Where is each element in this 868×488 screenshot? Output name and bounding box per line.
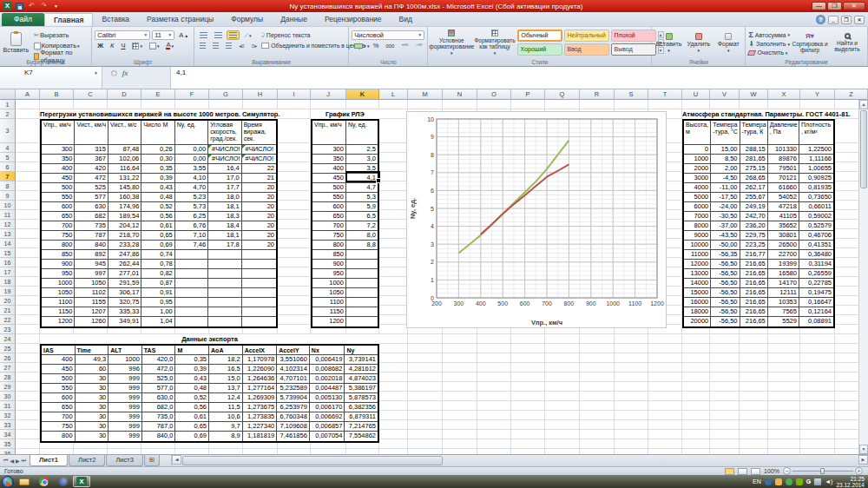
atmosphere-cell[interactable]: 26500 xyxy=(768,241,799,250)
ribbon-tab-данные[interactable]: Данные xyxy=(272,13,316,26)
atmosphere-cell[interactable]: 7565 xyxy=(768,307,799,317)
cell-style-ввод[interactable]: Ввод xyxy=(564,43,609,56)
turns-cell[interactable]: 630 xyxy=(75,202,108,212)
export-cell[interactable]: 30 xyxy=(76,393,109,403)
column-header-N[interactable]: N xyxy=(443,89,477,100)
rle-cell[interactable]: 400 xyxy=(312,164,346,174)
turns-cell[interactable]: 800 xyxy=(42,241,75,250)
atmosphere-cell[interactable]: -4,50 xyxy=(711,174,740,183)
atmosphere-cell[interactable]: 0,12164 xyxy=(799,307,833,317)
atmosphere-cell[interactable]: -50,00 xyxy=(711,241,740,250)
rle-cell[interactable]: 8,0 xyxy=(346,231,378,241)
atmosphere-cell[interactable]: 16580 xyxy=(768,269,799,279)
align-top-button[interactable] xyxy=(197,30,210,40)
atmosphere-cell[interactable]: 229,75 xyxy=(740,231,768,241)
turns-cell[interactable]: 997 xyxy=(75,269,108,279)
rle-cell[interactable]: 7,2 xyxy=(346,221,378,231)
column-header-Y[interactable]: Y xyxy=(800,89,835,100)
delete-cells-button[interactable]: Удалить▾ xyxy=(685,29,713,56)
turns-cell[interactable]: 6,25 xyxy=(175,212,208,221)
export-cell[interactable]: 4,707101 xyxy=(277,374,310,384)
ribbon-tab-рецензирование[interactable]: Рецензирование xyxy=(316,13,391,26)
rle-cell[interactable]: 500 xyxy=(312,183,346,193)
excel-app-icon[interactable]: X xyxy=(3,2,12,10)
vertical-scroll-thumb[interactable] xyxy=(860,110,867,188)
turns-cell[interactable]: 0,43 xyxy=(141,183,174,193)
rle-cell[interactable]: 750 xyxy=(312,231,346,241)
turns-cell[interactable]: 218,70 xyxy=(108,231,141,241)
undo-button[interactable]: ↶ xyxy=(27,2,36,10)
atmosphere-cell[interactable]: 35652 xyxy=(768,221,799,231)
export-cell[interactable]: 0,008682 xyxy=(310,365,345,374)
atmosphere-cell[interactable]: 0,26559 xyxy=(799,269,833,279)
row-header-1[interactable]: 1 xyxy=(0,100,16,109)
turns-cell[interactable]: 525 xyxy=(75,183,108,193)
atmosphere-cell[interactable]: 216,65 xyxy=(740,317,768,326)
row-header-17[interactable]: 17 xyxy=(0,267,16,277)
turns-cell[interactable] xyxy=(208,317,241,326)
row-header-11[interactable]: 11 xyxy=(0,210,16,220)
turns-cell[interactable]: 0,56 xyxy=(141,212,174,221)
underline-button[interactable]: Ч xyxy=(118,41,128,50)
start-button[interactable] xyxy=(2,476,14,488)
atmosphere-cell[interactable]: 11000 xyxy=(684,250,711,260)
export-cell[interactable]: 12,4 xyxy=(209,393,243,403)
turns-cell[interactable]: 0,65 xyxy=(141,231,174,241)
turns-cell[interactable]: 6,76 xyxy=(175,221,208,231)
row-header-36[interactable]: 36 xyxy=(0,449,16,454)
export-cell[interactable]: 1,277164 xyxy=(243,384,278,393)
row-header-4[interactable]: 4 xyxy=(0,143,16,153)
turns-cell[interactable]: 4,10 xyxy=(175,174,208,183)
turns-cell[interactable]: 0,35 xyxy=(141,164,174,174)
export-cell[interactable]: 999 xyxy=(108,412,142,422)
export-cell[interactable]: 650 xyxy=(42,403,76,412)
atmosphere-cell[interactable]: 6000 xyxy=(684,202,711,212)
export-cell[interactable]: 15,0 xyxy=(209,374,243,384)
turns-cell[interactable]: 21 xyxy=(242,174,276,183)
font-name-combo[interactable]: Calibri▼ xyxy=(95,30,150,40)
atmosphere-cell[interactable]: 0,59002 xyxy=(799,212,833,221)
clear-button[interactable]: Очистить ▾ xyxy=(748,49,790,56)
export-cell[interactable]: 999 xyxy=(108,374,142,384)
column-header-V[interactable]: V xyxy=(710,89,740,100)
horizontal-scrollbar[interactable]: ◀ ▶ xyxy=(171,455,868,466)
turns-cell[interactable]: 17,8 xyxy=(208,241,241,250)
export-cell[interactable]: 0,006170 xyxy=(310,403,345,412)
turns-cell[interactable] xyxy=(242,260,276,269)
row-header-12[interactable]: 12 xyxy=(0,220,16,229)
export-cell[interactable]: 1000 xyxy=(108,355,142,365)
tray-icon-green[interactable] xyxy=(786,478,792,485)
export-cell[interactable]: 30 xyxy=(76,412,109,422)
column-header-C[interactable]: C xyxy=(74,89,108,100)
atmosphere-cell[interactable]: 216,65 xyxy=(740,260,768,269)
export-cell[interactable]: 3,551060 xyxy=(277,355,310,365)
turns-cell[interactable]: 682 xyxy=(75,212,108,221)
rle-cell[interactable]: 1100 xyxy=(312,298,346,307)
column-header-T[interactable]: T xyxy=(648,89,682,100)
export-cell[interactable]: 0,43 xyxy=(175,374,209,384)
row-header-31[interactable]: 31 xyxy=(0,401,16,411)
nvidia-icon[interactable] xyxy=(796,478,803,485)
atmosphere-cell[interactable]: -56,50 xyxy=(711,269,740,279)
turns-cell[interactable]: 247,86 xyxy=(108,250,141,260)
turns-cell[interactable] xyxy=(208,307,241,317)
atmosphere-cell[interactable]: 255,67 xyxy=(740,193,768,202)
turns-cell[interactable]: 262,44 xyxy=(108,260,141,269)
atmosphere-cell[interactable]: 10000 xyxy=(684,241,711,250)
export-cell[interactable]: 11,5 xyxy=(209,403,243,412)
rle-cell[interactable]: 900 xyxy=(312,260,346,269)
turns-cell[interactable] xyxy=(175,307,208,317)
atmosphere-cell[interactable]: -17,50 xyxy=(711,193,740,202)
export-cell[interactable]: 4,102314 xyxy=(277,365,310,374)
turns-cell[interactable]: 20 xyxy=(242,202,276,212)
turns-cell[interactable]: 450 xyxy=(42,174,75,183)
turns-cell[interactable] xyxy=(208,288,241,298)
rle-table[interactable]: Vпр., км/чNy, ед.3002,53503,04003,54504,… xyxy=(311,119,379,328)
taskbar-excel-button[interactable]: X xyxy=(73,476,90,487)
export-cell[interactable]: 0,006692 xyxy=(310,412,345,422)
atmosphere-cell[interactable]: 0,36480 xyxy=(799,250,833,260)
turns-cell[interactable]: 1050 xyxy=(75,279,108,288)
atmosphere-cell[interactable]: 216,65 xyxy=(740,279,768,288)
rle-cell[interactable]: 1000 xyxy=(312,279,346,288)
turns-cell[interactable]: 4,70 xyxy=(175,183,208,193)
